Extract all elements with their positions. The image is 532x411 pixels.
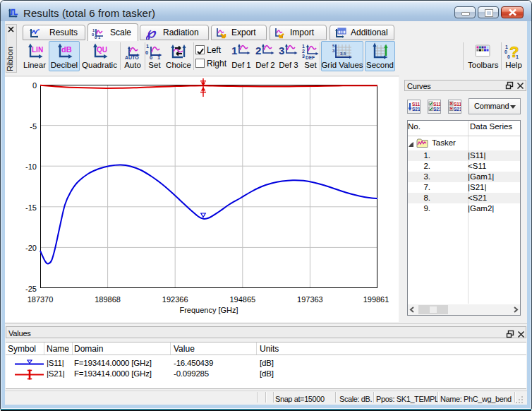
svg-text:1: 1 — [505, 44, 508, 49]
svg-text:1: 1 — [146, 43, 149, 49]
svg-text:QU: QU — [97, 46, 107, 54]
svg-text:S11: S11 — [454, 102, 461, 107]
svg-text:S11: S11 — [433, 102, 440, 107]
svg-text:AUTO: AUTO — [125, 55, 139, 60]
svg-text:192366: 192366 — [162, 295, 188, 304]
svg-text:-10: -10 — [25, 162, 37, 171]
svg-text:-5: -5 — [30, 122, 37, 131]
svg-text:5: 5 — [332, 44, 335, 48]
svg-text:189868: 189868 — [95, 295, 121, 304]
svg-text:-15: -15 — [25, 203, 37, 212]
svg-text:S21: S21 — [433, 107, 440, 112]
svg-text:?: ? — [509, 43, 519, 61]
svg-text:3: 3 — [332, 49, 335, 53]
svg-text:dB: dB — [61, 45, 72, 54]
svg-text:2: 2 — [302, 49, 305, 54]
svg-text:LIN: LIN — [32, 46, 43, 54]
svg-text:S21: S21 — [412, 107, 420, 112]
svg-text:0: 0 — [32, 81, 37, 90]
svg-text:3.5: 3.5 — [340, 52, 346, 56]
svg-text:197363: 197363 — [297, 295, 323, 304]
svg-text:3: 3 — [302, 54, 305, 59]
svg-text:2: 2 — [255, 44, 261, 56]
svg-text:Frequency [GHz]: Frequency [GHz] — [179, 306, 238, 314]
svg-text:0: 0 — [145, 49, 148, 56]
svg-text:-20: -20 — [25, 244, 37, 252]
svg-text:DEF: DEF — [306, 55, 315, 60]
svg-text:194865: 194865 — [229, 295, 255, 304]
svg-text:0: 0 — [504, 49, 507, 54]
svg-text:199861: 199861 — [363, 295, 389, 304]
svg-text:187370: 187370 — [28, 295, 54, 304]
svg-text:3: 3 — [279, 44, 284, 56]
svg-text:-25: -25 — [25, 285, 37, 293]
svg-text:S21: S21 — [454, 107, 461, 112]
svg-text:1: 1 — [231, 44, 237, 56]
svg-text:1: 1 — [302, 44, 305, 49]
svg-text:℘: ℘ — [146, 27, 157, 40]
svg-text:S11: S11 — [412, 102, 420, 107]
